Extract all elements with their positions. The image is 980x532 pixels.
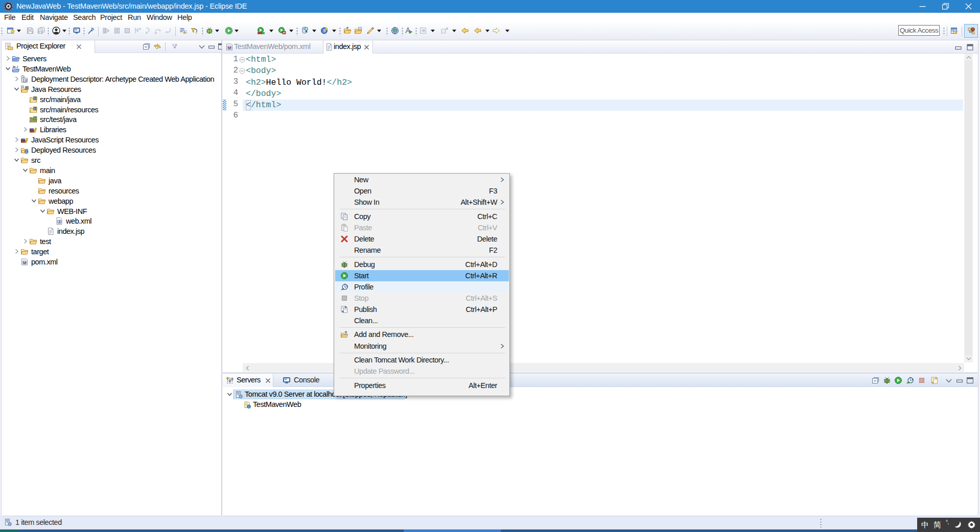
svg-text:M: M: [228, 45, 231, 50]
svg-text:2.3: 2.3: [22, 78, 27, 82]
svg-text:M: M: [23, 260, 26, 265]
